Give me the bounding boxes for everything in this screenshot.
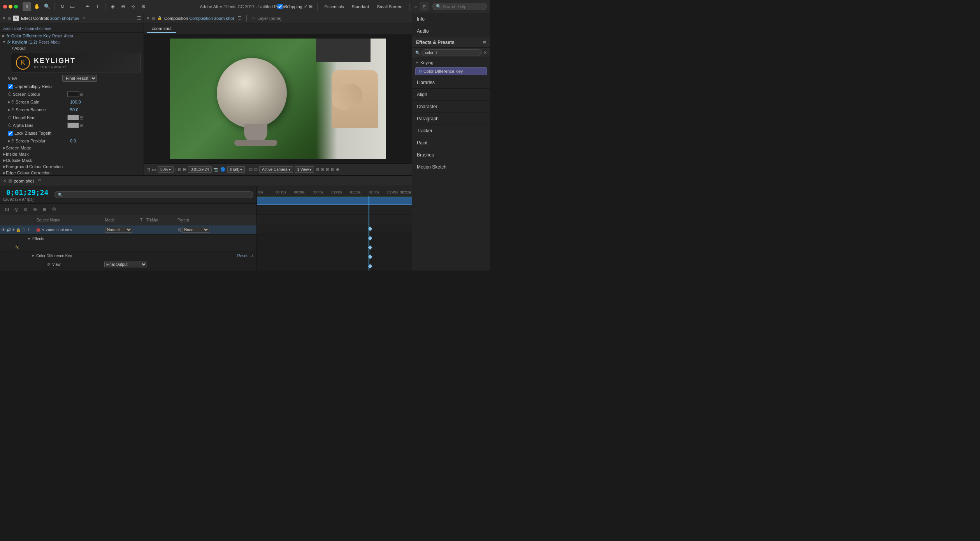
libraries-panel-item[interactable]: Libraries xyxy=(412,77,490,89)
outside-mask-expand[interactable]: ▶ xyxy=(3,158,6,162)
lock-biases-checkbox[interactable] xyxy=(8,131,13,136)
search-input[interactable] xyxy=(443,4,483,9)
about-link-1[interactable]: Abou xyxy=(64,34,73,38)
label-icon[interactable]: ⊡ xyxy=(21,228,25,232)
layer-parent-dropdown[interactable]: None xyxy=(182,227,209,233)
close-traffic-light[interactable] xyxy=(3,5,7,9)
fullscreen-button[interactable]: ⊡ xyxy=(420,2,429,11)
info-panel-item[interactable]: Info xyxy=(412,13,490,25)
toggle-icon-2[interactable]: ⊡ xyxy=(254,167,258,172)
workspace-standard[interactable]: Standard xyxy=(349,4,372,10)
effects-presets-header[interactable]: Effects & Presets ☰ xyxy=(412,37,490,48)
screen-matte-expand[interactable]: ▶ xyxy=(3,146,6,150)
despill-swatch-box[interactable] xyxy=(67,115,79,120)
puppet-tool[interactable]: ⊛ xyxy=(139,2,148,11)
text-tool[interactable]: T xyxy=(93,2,102,11)
clip-bar-1[interactable] xyxy=(257,197,412,205)
select-tool[interactable]: ⇧ xyxy=(23,2,31,11)
guide-icon[interactable]: ⊟ xyxy=(183,167,186,172)
tl-tool-3[interactable]: ⊙ xyxy=(22,206,30,213)
screen-balance-expand[interactable]: ▶ xyxy=(8,108,11,112)
colour-swatch-box[interactable] xyxy=(67,91,79,97)
quality-control[interactable]: (Half) ▾ xyxy=(227,166,245,173)
foreground-expand[interactable]: ▶ xyxy=(3,165,6,169)
timeline-close[interactable]: ✕ xyxy=(3,179,6,183)
layer-mode-dropdown[interactable]: Normal Add Multiply xyxy=(105,227,132,233)
expand-icon[interactable]: » xyxy=(83,16,86,20)
layer-expand-arrow[interactable]: ▼ xyxy=(41,228,45,232)
workspace-small-screen[interactable]: Small Screen xyxy=(374,4,404,10)
foreground-row[interactable]: ▶ Foreground Colour Correction xyxy=(0,163,144,170)
layout-icon-3[interactable]: ⊡ xyxy=(326,167,329,172)
brushes-panel-item[interactable]: Brushes xyxy=(412,149,490,161)
workspace-essentials[interactable]: Essentials xyxy=(322,4,346,10)
effects-search-clear[interactable]: ✕ xyxy=(483,50,487,55)
camera-control[interactable]: Active Camera ▾ xyxy=(259,166,293,173)
screen-preblur-value[interactable]: 0.0 xyxy=(70,139,141,143)
timeline-timecode[interactable]: 0;01;29;24 xyxy=(3,188,51,197)
minimize-traffic-light[interactable] xyxy=(9,5,12,9)
screen-colour-swatch[interactable]: ⛓ xyxy=(67,91,84,97)
track-area[interactable] xyxy=(257,196,412,270)
view-dropdown[interactable]: Final Result Source Status xyxy=(62,75,97,82)
alpha-swatch-box[interactable] xyxy=(67,123,79,128)
layer-row-1[interactable]: 👁 🔊 ☀ 🔒 ⊡ 1 ▼ zoom xyxy=(0,225,256,235)
tl-tool-5[interactable]: ⊕ xyxy=(40,206,48,213)
cdk-reset[interactable]: Reset xyxy=(237,254,247,258)
camera-icon[interactable]: 📷 xyxy=(213,167,219,172)
keying-header[interactable]: ▼ Keying xyxy=(415,59,487,67)
pen-tool[interactable]: ✒ xyxy=(83,2,92,11)
color-icon[interactable]: 🔵 xyxy=(220,167,226,172)
tracker-panel-item[interactable]: Tracker xyxy=(412,125,490,137)
feather-tool[interactable]: ⊹ xyxy=(129,2,137,11)
inside-mask-expand[interactable]: ▶ xyxy=(3,152,6,156)
eye-icon[interactable]: 👁 xyxy=(2,228,5,232)
rotate-tool[interactable]: ↻ xyxy=(58,2,67,11)
audio-panel-item[interactable]: Audio xyxy=(412,25,490,37)
layout-icon-1[interactable]: ⊡ xyxy=(316,167,319,172)
screen-gain-value[interactable]: 100.0 xyxy=(70,100,141,104)
about-header[interactable]: ▼ About xyxy=(8,45,144,51)
pin-tool[interactable]: ◈ xyxy=(109,2,117,11)
screen-gain-expand[interactable]: ▶ xyxy=(8,100,11,104)
panel-menu-btn[interactable]: ☰ xyxy=(137,16,141,21)
color-diff-key-item[interactable]: ⊡ Color Difference Key xyxy=(415,67,487,75)
tl-tool-6[interactable]: ⧁ xyxy=(50,206,58,213)
region-icon[interactable]: ⊡ xyxy=(178,167,181,172)
screen-matte-row[interactable]: ▶ Screen Matte xyxy=(0,145,144,151)
expand-triangle-2[interactable]: ▼ xyxy=(2,40,6,44)
alpha-swatch[interactable]: ⛓ xyxy=(67,123,84,128)
despill-swatch[interactable]: ⛓ xyxy=(67,115,84,120)
layout-icon-5[interactable]: ⊕ xyxy=(336,167,339,172)
tl-tool-2[interactable]: ◎ xyxy=(12,206,20,213)
audio-icon[interactable]: 🔊 xyxy=(6,228,11,232)
comp-close[interactable]: ✕ xyxy=(146,16,149,20)
about-link-2[interactable]: Abou xyxy=(51,40,60,44)
preblur-expand[interactable]: ▶ xyxy=(8,139,11,143)
inside-mask-row[interactable]: ▶ Inside Mask xyxy=(0,151,144,157)
effects-search-input[interactable] xyxy=(422,49,482,56)
tl-tool-1[interactable]: ⊡ xyxy=(3,206,11,213)
expand-workspaces[interactable]: » xyxy=(414,4,417,9)
edge-expand[interactable]: ▶ xyxy=(3,171,6,175)
cdk-expand[interactable]: ▼ xyxy=(31,254,35,258)
zoom-shot-tab[interactable]: zoom shot xyxy=(147,25,176,33)
lock-icon-layer[interactable]: 🔒 xyxy=(16,228,21,232)
tl-tool-4[interactable]: ⊛ xyxy=(31,206,39,213)
expand-triangle[interactable]: ▶ xyxy=(2,34,5,38)
paragraph-panel-item[interactable]: Paragraph xyxy=(412,113,490,125)
view-control[interactable]: 1 View ▾ xyxy=(295,166,314,173)
motion-sketch-panel-item[interactable]: Motion Sketch xyxy=(412,161,490,173)
align-panel-item[interactable]: Align xyxy=(412,89,490,101)
timeline-search-input[interactable] xyxy=(63,192,250,197)
layout-icon-2[interactable]: ⊡ xyxy=(321,167,324,172)
timecode-display[interactable]: 0;01;29;24 xyxy=(188,166,212,173)
edge-row[interactable]: ▶ Edge Colour Correction xyxy=(0,170,144,175)
screen-balance-value[interactable]: 50.0 xyxy=(70,107,141,112)
reset-button-2[interactable]: Reset xyxy=(39,40,49,44)
toggle-icon-1[interactable]: ⊡ xyxy=(249,167,253,172)
timeline-menu[interactable]: ☰ xyxy=(38,178,42,183)
rect-tool[interactable]: ▭ xyxy=(68,2,77,11)
paint-panel-item[interactable]: Paint xyxy=(412,137,490,149)
solo-icon[interactable]: ☀ xyxy=(12,228,15,232)
